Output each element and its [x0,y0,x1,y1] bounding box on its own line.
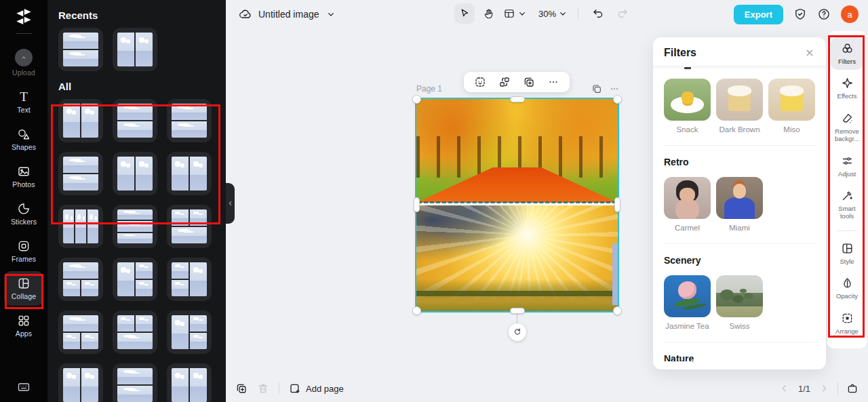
tool-smart-tools[interactable]: Smart tools [831,184,863,225]
document-title[interactable]: Untitled image [258,9,319,20]
delete-page-button[interactable] [257,382,269,395]
duplicate-page-button[interactable] [235,382,248,395]
collage-template-cols-2[interactable] [58,363,103,402]
filter-item-carmel[interactable]: Carmel [664,177,711,232]
workspace-box-icon[interactable] [846,382,859,395]
filter-item-darkbrown[interactable]: Dark Brown [716,79,763,134]
collage-template-rows-3[interactable] [113,205,157,248]
selection-handle-bottom[interactable] [510,308,525,314]
tool-remove-background[interactable]: Remove backgr... [831,106,863,148]
keyboard-shortcuts-icon[interactable] [17,380,31,402]
template-background-strip [612,243,618,304]
template-preview [172,209,207,243]
tool-opacity[interactable]: Opacity [831,271,863,304]
panel-collapse-tab[interactable] [226,183,235,224]
collage-template-cols-2[interactable] [113,152,157,195]
collage-template-rows-2[interactable] [113,363,157,402]
collage-template-top1-bottom2[interactable] [58,258,103,301]
sidebar-item-apps[interactable]: Apps [4,308,43,343]
select-tool-button[interactable] [454,3,475,24]
sidebar-item-shapes[interactable]: Shapes [4,122,43,157]
sidebar-item-upload[interactable]: Upload [4,43,43,82]
collage-photo-sunset-field[interactable] [416,205,618,311]
collage-template-rows-2[interactable] [58,152,103,195]
template-preview [172,262,207,296]
help-icon[interactable] [817,7,831,21]
collage-template-cols-2[interactable] [58,99,103,142]
select-area-icon[interactable] [472,74,488,90]
selection-handle-right[interactable] [614,197,620,212]
more-options-icon[interactable] [545,74,561,90]
distant-treeline [416,291,618,296]
filter-thumbnail-snack [664,79,711,121]
selection-handle-top[interactable] [510,96,525,102]
filter-group-title: Nature [664,353,815,361]
collage-template-cols-2[interactable] [113,28,157,71]
add-page-button[interactable]: Add page [289,382,344,395]
capcut-logo[interactable] [14,0,34,31]
selection-handle-bottom-right[interactable] [613,306,622,315]
duplicate-icon[interactable] [521,74,537,90]
sidebar-item-photos[interactable]: Photos [4,159,43,194]
collage-template-rows-2[interactable] [167,99,212,142]
collage-template-cols-3[interactable] [58,205,103,248]
collage-template-left1-right2[interactable] [113,258,157,301]
collage-template-top2-bottom1[interactable] [167,205,212,248]
filters-scroll-area[interactable]: SnackDark BrownMisoRetroCarmelMiamiScene… [653,66,826,361]
collage-template-left2-right1[interactable] [167,258,212,301]
filter-item-swiss[interactable]: Swiss [716,275,763,330]
template-cell [63,33,98,49]
collage-template-top1-bottom2[interactable] [58,310,103,354]
layout-tool-button[interactable] [503,7,528,20]
shield-check-icon[interactable] [793,7,807,21]
sidebar-item-text[interactable]: TText [4,85,43,119]
page-more-icon[interactable] [609,83,620,94]
filter-item-miami[interactable]: Miami [716,177,763,232]
collage-template-cols-2[interactable] [167,363,212,402]
collage-photo-autumn-alley[interactable] [416,99,618,203]
rotate-handle[interactable] [509,323,526,341]
tool-effects[interactable]: Effects [831,71,863,104]
collage-template-top2-bottom1[interactable] [113,310,157,354]
canvas-toolbar: 30% [454,3,633,24]
close-icon[interactable] [804,47,815,58]
selection-handle-left[interactable] [414,197,420,212]
template-preview [117,33,153,66]
duplicate-page-icon[interactable] [591,83,602,94]
user-avatar[interactable]: a [841,5,859,23]
tool-style[interactable]: Style [831,237,863,270]
replace-icon[interactable] [496,74,513,90]
next-page-icon[interactable] [818,383,829,394]
selection-handle-bottom-left[interactable] [412,306,421,315]
previous-page-icon[interactable] [779,383,790,394]
selection-handle-top-right[interactable] [613,95,622,104]
collage-template-cols-2[interactable] [167,152,212,195]
filter-item-miso[interactable]: Miso [768,79,815,134]
tool-filters[interactable]: Filters [831,37,863,70]
collage-template-rows-2[interactable] [58,28,103,71]
sidebar-item-collage[interactable]: Collage [4,271,43,306]
undo-button[interactable] [588,3,608,24]
redo-button[interactable] [612,3,633,24]
collage-cell-divider[interactable] [418,201,616,203]
hand-tool-button[interactable] [479,3,499,24]
zoom-level-dropdown[interactable]: 30% [538,8,568,19]
tool-adjust[interactable]: Adjust [831,149,863,182]
sidebar-item-label: Stickers [11,218,37,226]
filter-item-jasmine[interactable]: Jasmine Tea [664,275,711,330]
selection-handle-top-left[interactable] [412,95,421,104]
collage-template-left1-right2[interactable] [167,310,212,354]
tool-label: Adjust [831,170,863,178]
title-chevron-down-icon[interactable] [326,9,336,20]
filter-item-snack[interactable]: Snack [664,79,711,134]
export-button[interactable]: Export [734,5,783,24]
filter-thumbnail-miami [716,177,763,219]
toolbar-divider [578,7,578,20]
style-icon [841,242,854,255]
collage-template-rows-2[interactable] [113,99,157,142]
sidebar-item-stickers[interactable]: Stickers [4,197,43,231]
canvas-page[interactable] [416,99,618,311]
template-cell [63,174,98,190]
tool-arrange[interactable]: Arrange [831,306,863,340]
sidebar-item-frames[interactable]: Frames [4,234,43,268]
